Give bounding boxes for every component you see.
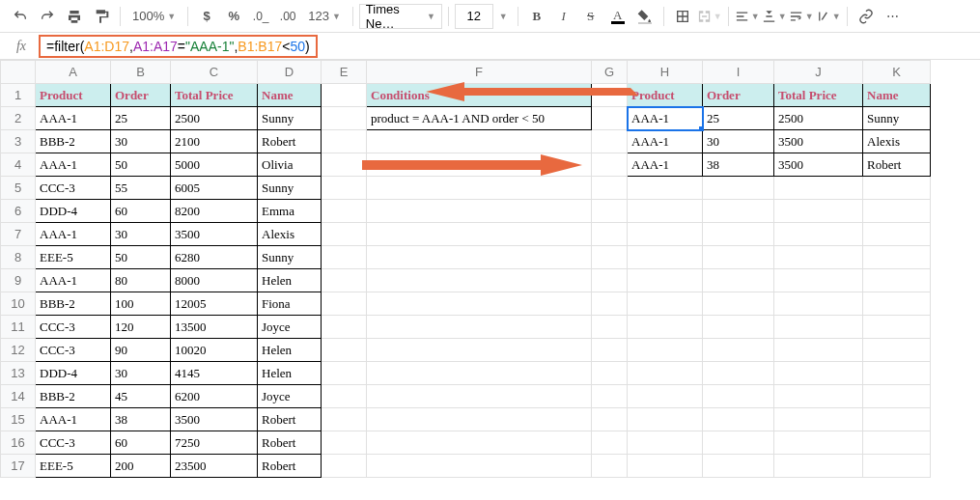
row-header[interactable]: 7: [1, 223, 36, 246]
cell[interactable]: [592, 292, 628, 316]
cell[interactable]: [774, 431, 863, 455]
bold-button[interactable]: B: [524, 4, 549, 29]
cell[interactable]: [322, 153, 367, 177]
cell[interactable]: 2500: [171, 107, 258, 130]
cell[interactable]: 3500: [774, 153, 863, 177]
cell[interactable]: [774, 292, 863, 316]
col-header[interactable]: H: [628, 61, 703, 84]
cell[interactable]: [322, 269, 367, 292]
merge-button[interactable]: ▼: [697, 4, 722, 29]
cell[interactable]: [774, 339, 863, 362]
cell[interactable]: Robert: [258, 455, 322, 478]
cell[interactable]: [367, 408, 592, 431]
cell[interactable]: [703, 246, 774, 269]
row-header[interactable]: 5: [1, 177, 36, 200]
cell[interactable]: [774, 269, 863, 292]
cell[interactable]: [592, 269, 628, 292]
cell[interactable]: 38: [703, 153, 774, 177]
cell[interactable]: [592, 316, 628, 339]
col-header[interactable]: C: [171, 61, 258, 84]
cell[interactable]: 55: [111, 177, 171, 200]
cell[interactable]: [703, 362, 774, 385]
cell[interactable]: [367, 292, 592, 316]
row-header[interactable]: 1: [1, 84, 36, 107]
cell[interactable]: [628, 339, 703, 362]
cell[interactable]: [322, 316, 367, 339]
col-header[interactable]: I: [703, 61, 774, 84]
percent-button[interactable]: %: [221, 4, 246, 29]
cell[interactable]: [863, 408, 931, 431]
cell[interactable]: [628, 362, 703, 385]
cell[interactable]: [628, 431, 703, 455]
cell[interactable]: [592, 153, 628, 177]
cell[interactable]: CCC-3: [36, 339, 111, 362]
cell[interactable]: [863, 292, 931, 316]
cell[interactable]: CCC-3: [36, 177, 111, 200]
cell[interactable]: [703, 339, 774, 362]
cell[interactable]: AAA-1: [36, 107, 111, 130]
cell[interactable]: 50: [111, 246, 171, 269]
cell[interactable]: AAA-1: [36, 269, 111, 292]
cell[interactable]: 6200: [171, 385, 258, 408]
cell[interactable]: [863, 316, 931, 339]
row-header[interactable]: 9: [1, 269, 36, 292]
cell[interactable]: [322, 455, 367, 478]
cell[interactable]: [367, 130, 592, 153]
col-header[interactable]: D: [258, 61, 322, 84]
cell[interactable]: [774, 177, 863, 200]
cell[interactable]: [367, 362, 592, 385]
cell[interactable]: 2100: [171, 130, 258, 153]
cell[interactable]: Alexis: [258, 223, 322, 246]
col-header[interactable]: E: [322, 61, 367, 84]
cell[interactable]: 30: [111, 362, 171, 385]
cell[interactable]: [703, 223, 774, 246]
cell[interactable]: 25: [703, 107, 774, 130]
cell[interactable]: [322, 223, 367, 246]
cell[interactable]: [367, 177, 592, 200]
cell[interactable]: [628, 455, 703, 478]
cell[interactable]: 6005: [171, 177, 258, 200]
print-button[interactable]: [62, 4, 87, 29]
cell[interactable]: [863, 269, 931, 292]
cell[interactable]: [367, 339, 592, 362]
cell[interactable]: Joyce: [258, 385, 322, 408]
row-header[interactable]: 13: [1, 362, 36, 385]
cell[interactable]: [703, 431, 774, 455]
cell[interactable]: [592, 455, 628, 478]
cell[interactable]: [774, 362, 863, 385]
wrap-button[interactable]: ▼: [789, 4, 814, 29]
cell[interactable]: [322, 362, 367, 385]
col-header[interactable]: B: [111, 61, 171, 84]
cell[interactable]: [322, 292, 367, 316]
cell[interactable]: 3500: [171, 408, 258, 431]
cell[interactable]: Total Price: [774, 84, 863, 107]
cell[interactable]: Robert: [258, 431, 322, 455]
cell[interactable]: 38: [111, 408, 171, 431]
cell[interactable]: [367, 246, 592, 269]
redo-button[interactable]: [35, 4, 60, 29]
cell[interactable]: [367, 455, 592, 478]
cell[interactable]: AAA-1: [628, 130, 703, 153]
cell[interactable]: [367, 223, 592, 246]
cell[interactable]: 3500: [774, 130, 863, 153]
cell[interactable]: [774, 455, 863, 478]
cell[interactable]: [322, 177, 367, 200]
cell[interactable]: Helen: [258, 362, 322, 385]
cell[interactable]: Sunny: [258, 246, 322, 269]
cell[interactable]: [367, 269, 592, 292]
cell[interactable]: [322, 200, 367, 223]
currency-button[interactable]: $: [194, 4, 219, 29]
cell[interactable]: [863, 339, 931, 362]
cell[interactable]: [863, 200, 931, 223]
strikethrough-button[interactable]: S: [578, 4, 603, 29]
cell[interactable]: [628, 408, 703, 431]
row-header[interactable]: 10: [1, 292, 36, 316]
cell[interactable]: [322, 431, 367, 455]
cell[interactable]: [592, 339, 628, 362]
row-header[interactable]: 3: [1, 130, 36, 153]
cell[interactable]: AAA-1: [36, 408, 111, 431]
col-header[interactable]: K: [863, 61, 931, 84]
cell[interactable]: AAA-1: [36, 223, 111, 246]
cell[interactable]: 4145: [171, 362, 258, 385]
cell[interactable]: [703, 177, 774, 200]
